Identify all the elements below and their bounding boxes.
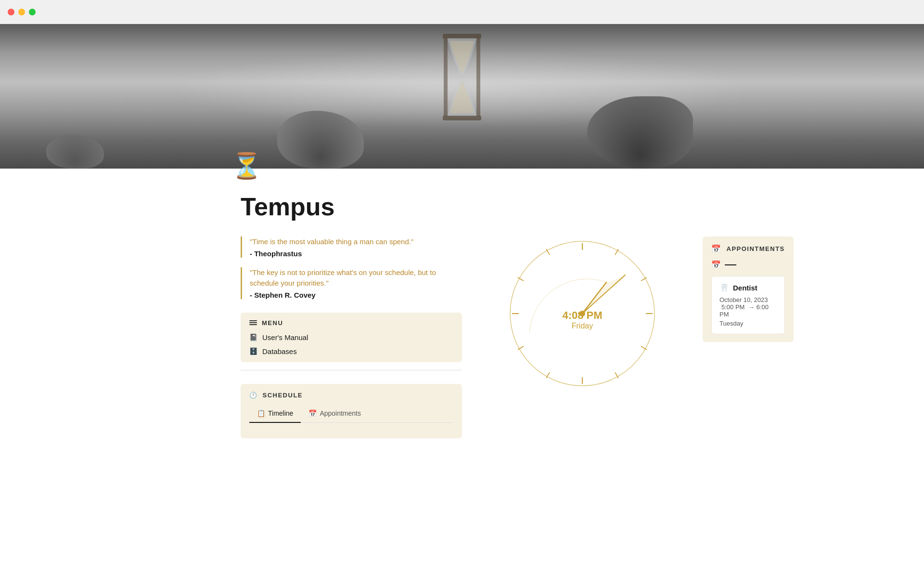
appointments-tab-icon: 📅 [308, 409, 317, 417]
appointments-filter: 📅 [711, 260, 785, 269]
menu-label: MENU [262, 319, 283, 327]
tab-appointments[interactable]: 📅 Appointments [301, 406, 369, 423]
appointments-label: APPOINTMENTS [727, 245, 785, 252]
timeline-label: Timeline [268, 409, 293, 417]
two-column-layout: "Time is the most valuable thing a man c… [241, 236, 683, 438]
quote-author-2: - Stephen R. Covey [250, 291, 462, 299]
center-column: 4:08 PM Friday [491, 236, 674, 391]
browser-chrome [0, 0, 924, 24]
menu-line-2 [249, 322, 257, 323]
appointment-day: Tuesday [719, 320, 777, 327]
clock-time-text: 4:08 PM [562, 309, 602, 322]
appointment-time: October 10, 2023 5:00 PM → 6:00 PM [719, 296, 777, 318]
appointment-card-dentist[interactable]: 🦷 Dentist October 10, 2023 5:00 PM → 6:0… [711, 276, 785, 334]
menu-item-users-manual-label: User's Manual [262, 333, 308, 342]
filter-divider [725, 264, 736, 265]
databases-icon: 🗄️ [249, 347, 257, 355]
appointment-name: Dentist [733, 284, 757, 292]
appointments-tab-label: Appointments [320, 409, 361, 417]
left-column: "Time is the most valuable thing a man c… [241, 236, 462, 438]
schedule-section: 🕐 SCHEDULE 📋 Timeline 📅 Appointments [241, 384, 462, 438]
appointments-calendar-icon: 📅 [711, 244, 722, 253]
svg-rect-0 [443, 34, 481, 39]
appointment-arrow-symbol: → [748, 303, 757, 311]
section-divider [241, 370, 462, 370]
hero-hourglass-icon [433, 29, 491, 138]
menu-item-users-manual[interactable]: 📓 User's Manual [249, 333, 453, 342]
menu-line-1 [249, 320, 257, 321]
clock-day-text: Friday [562, 322, 602, 330]
quote-text-1: "Time is the most valuable thing a man c… [250, 236, 462, 248]
schedule-header: 🕐 SCHEDULE [249, 392, 453, 399]
main-content: Tempus "Time is the most valuable thing … [125, 192, 799, 438]
svg-rect-1 [443, 116, 481, 120]
schedule-tabs: 📋 Timeline 📅 Appointments [249, 406, 453, 423]
menu-line-3 [249, 324, 257, 325]
appointments-header: 📅 APPOINTMENTS [711, 244, 785, 253]
appointment-time-start: 5:00 PM [721, 303, 744, 311]
traffic-light-yellow[interactable] [18, 9, 25, 15]
dentist-icon: 🦷 [719, 283, 729, 292]
timeline-icon: 📋 [257, 409, 265, 417]
svg-rect-3 [476, 38, 480, 117]
traffic-light-green[interactable] [29, 9, 36, 15]
tab-timeline[interactable]: 📋 Timeline [249, 406, 301, 423]
hamburger-icon[interactable] [249, 320, 257, 325]
schedule-clock-icon: 🕐 [249, 392, 258, 399]
right-column: 📅 APPOINTMENTS 📅 🦷 Dentist October 10, 2… [703, 236, 794, 352]
svg-rect-2 [444, 38, 448, 117]
menu-section: MENU 📓 User's Manual 🗄️ Databases [241, 313, 462, 362]
hero-banner [0, 24, 924, 169]
traffic-light-red[interactable] [8, 9, 14, 15]
appointments-section: 📅 APPOINTMENTS 📅 🦷 Dentist October 10, 2… [703, 236, 794, 342]
schedule-label: SCHEDULE [263, 392, 303, 399]
appointment-date: October 10, 2023 [719, 296, 768, 303]
menu-header: MENU [249, 319, 453, 327]
page-title: Tempus [241, 192, 683, 221]
appointment-title: 🦷 Dentist [719, 283, 777, 292]
users-manual-icon: 📓 [249, 333, 257, 341]
filter-calendar-icon[interactable]: 📅 [711, 260, 721, 269]
quote-block-1: "Time is the most valuable thing a man c… [241, 236, 462, 258]
menu-item-databases[interactable]: 🗄️ Databases [249, 347, 453, 355]
quote-block-2: "The key is not to prioritize what's on … [241, 267, 462, 299]
menu-item-databases-label: Databases [262, 347, 297, 355]
quote-text-2: "The key is not to prioritize what's on … [250, 267, 462, 289]
menu-items: 📓 User's Manual 🗄️ Databases [249, 333, 453, 355]
clock-time-display: 4:08 PM Friday [562, 309, 602, 330]
page-icon: ⏳ [231, 151, 924, 181]
quote-author-1: - Theophrastus [250, 250, 462, 258]
clock-container: 4:08 PM Friday [505, 236, 659, 391]
